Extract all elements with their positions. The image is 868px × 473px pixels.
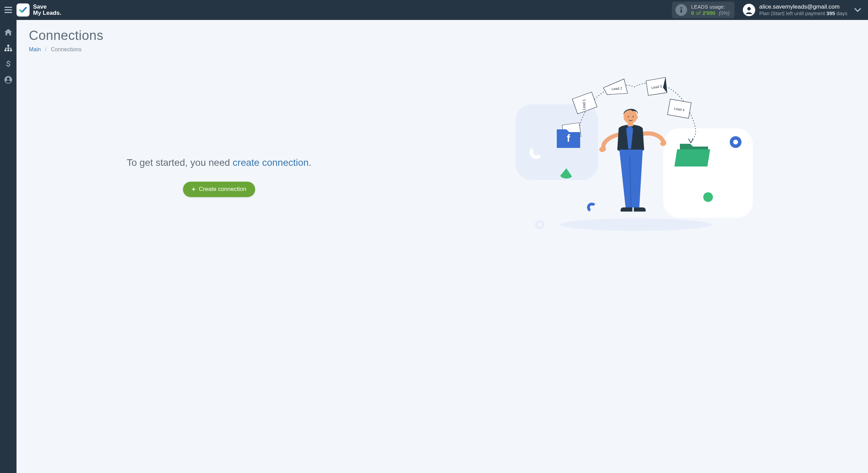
brand-line1: Save [33, 4, 61, 10]
leads-lines: LEADS usage: 0 of 2'000 (0%) [691, 4, 730, 16]
svg-point-34 [628, 116, 629, 117]
account-lines: alice.savemyleads@gmail.com Plan |Start|… [759, 3, 847, 17]
account-menu[interactable]: alice.savemyleads@gmail.com Plan |Start|… [743, 3, 861, 17]
menu-button[interactable] [0, 0, 17, 20]
chevron-down-icon [854, 8, 861, 12]
brand-text: Save My Leads. [33, 4, 61, 16]
svg-point-32 [623, 110, 637, 123]
leads-of: of [696, 10, 701, 16]
svg-rect-13 [5, 48, 6, 50]
create-connection-button[interactable]: + Create connection [183, 182, 256, 197]
svg-rect-14 [8, 48, 9, 50]
sidebar [0, 20, 17, 473]
svg-point-40 [703, 192, 713, 202]
plan-sfx1: | left until payment [783, 10, 826, 16]
leads-usage-box[interactable]: LEADS usage: 0 of 2'000 (0%) [672, 2, 735, 18]
hero-link[interactable]: create connection [233, 157, 309, 168]
sidebar-item-account[interactable] [0, 72, 17, 87]
svg-rect-4 [681, 9, 682, 13]
account-plan: Plan |Start| left until payment 395 days [759, 10, 847, 17]
svg-rect-2 [4, 12, 12, 13]
dollar-icon [6, 60, 11, 68]
sitemap-icon [4, 45, 12, 52]
page-title: Connections [29, 28, 856, 43]
svg-text:Lead 1: Lead 1 [582, 99, 586, 110]
breadcrumb-root[interactable]: Main [29, 46, 41, 52]
plan-sfx2: days [835, 10, 847, 16]
avatar-icon [743, 4, 755, 16]
plan-days: 395 [826, 10, 835, 16]
leads-pct: (0%) [719, 10, 730, 16]
breadcrumb: Main / Connections [29, 46, 856, 53]
check-icon [19, 6, 28, 14]
breadcrumb-current: Connections [51, 46, 82, 52]
leads-title: LEADS usage: [691, 4, 730, 10]
menu-icon [4, 7, 12, 13]
sidebar-item-home[interactable] [0, 25, 17, 40]
home-icon [4, 29, 12, 36]
create-connection-label: Create connection [199, 186, 246, 193]
svg-rect-1 [4, 10, 12, 11]
leads-values: 0 of 2'000 (0%) [691, 10, 730, 16]
main-content: Connections Main / Connections To get st… [17, 20, 868, 473]
svg-point-38 [536, 221, 543, 228]
svg-point-6 [747, 7, 751, 11]
sidebar-item-connections[interactable] [0, 41, 17, 56]
leads-total: 2'000 [703, 10, 715, 16]
account-email: alice.savemyleads@gmail.com [759, 3, 847, 10]
topbar: Save My Leads. LEADS usage: 0 of 2'000 (… [0, 0, 868, 20]
svg-rect-9 [7, 50, 9, 51]
svg-rect-10 [10, 50, 12, 51]
svg-rect-8 [4, 50, 7, 51]
empty-state: To get started, you need create connecti… [29, 66, 409, 245]
info-icon [675, 4, 687, 16]
brand-line2: My Leads. [33, 10, 61, 16]
breadcrumb-sep: / [45, 46, 46, 52]
plus-icon: + [192, 186, 196, 193]
svg-point-18 [560, 218, 712, 231]
sidebar-item-billing[interactable] [0, 56, 17, 72]
hero-text: To get started, you need create connecti… [123, 156, 315, 170]
svg-text:f: f [567, 132, 571, 144]
hero-prefix: To get started, you need [127, 157, 232, 168]
hero-suffix: . [309, 157, 312, 168]
illustration: Lead 1 Lead 2 Lead 3 [516, 66, 756, 245]
illustration-wrap: Lead 1 Lead 2 Lead 3 [416, 66, 856, 245]
svg-text:Lead 2: Lead 2 [611, 86, 622, 91]
svg-point-3 [680, 7, 682, 9]
svg-point-35 [632, 116, 633, 117]
brand[interactable]: Save My Leads. [17, 3, 61, 17]
svg-rect-15 [11, 48, 11, 50]
plan-name: Start [772, 10, 783, 16]
plan-prefix: Plan | [759, 10, 772, 16]
svg-rect-7 [7, 45, 9, 46]
svg-point-37 [587, 203, 596, 212]
user-circle-icon [4, 76, 12, 84]
svg-rect-0 [4, 7, 12, 8]
svg-point-33 [635, 116, 638, 119]
leads-used: 0 [691, 10, 694, 16]
brand-logo [17, 3, 30, 17]
